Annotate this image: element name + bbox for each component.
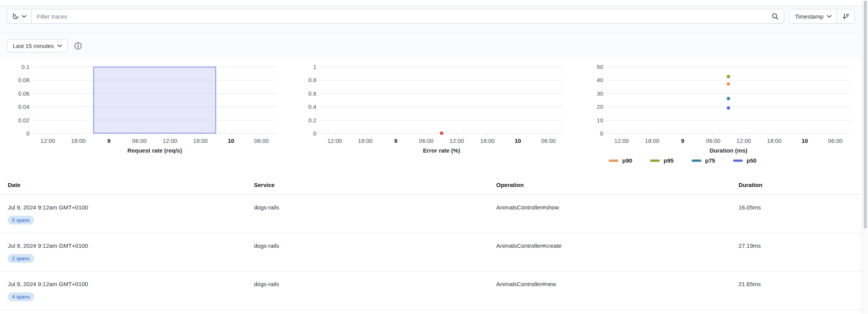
table-row[interactable]: Jul 9, 2024 9:12am GMT+0100 2 spans dogs… <box>0 233 862 271</box>
data-point-p90[interactable] <box>727 82 730 86</box>
y-tick-label: 40 <box>597 77 603 83</box>
legend-swatch <box>609 160 618 162</box>
legend-label: p50 <box>747 157 757 164</box>
x-tick-label: 12:00 <box>614 137 629 144</box>
column-header-service: Service <box>254 182 496 188</box>
sort-descending-icon <box>842 13 849 20</box>
x-tick-label: 12:00 <box>163 137 178 144</box>
x-tick-label: 12:00 <box>737 137 751 144</box>
trace-date: Jul 9, 2024 9:12am GMT+0100 <box>8 281 254 287</box>
y-tick-label: 1 <box>313 63 316 70</box>
x-tick-label: 06:00 <box>541 137 556 144</box>
error-rate-plot-area[interactable] <box>319 67 564 136</box>
y-tick-label: 0.04 <box>18 103 29 110</box>
y-tick-label: 10 <box>597 117 603 123</box>
filter-traces-input[interactable] <box>31 9 771 23</box>
y-tick-label: 0 <box>26 130 29 137</box>
trace-duration: 21.65ms <box>739 281 854 309</box>
info-icon[interactable] <box>74 42 82 50</box>
sort-field-button[interactable]: Timestamp <box>789 9 837 23</box>
history-icon <box>12 13 19 20</box>
request-rate-x-axis: 12:0018:00906:0012:0018:001006:00 <box>33 136 277 145</box>
x-tick-label: 06:00 <box>254 137 269 144</box>
legend-label: p90 <box>622 157 632 164</box>
legend-swatch <box>733 160 743 162</box>
trace-operation: AnimalsController#new <box>496 281 739 309</box>
x-tick-label: 18:00 <box>358 137 373 144</box>
legend-item-p50[interactable]: p50 <box>733 157 757 164</box>
x-tick-label: 10 <box>802 137 808 144</box>
request-rate-plot-area[interactable] <box>33 67 277 136</box>
trace-service: dogs-rails <box>254 242 496 271</box>
y-tick-label: 0.1 <box>21 63 29 70</box>
trace-service: dogs-rails <box>254 281 496 309</box>
legend-item-p75[interactable]: p75 <box>692 157 715 164</box>
x-tick-label: 9 <box>394 137 397 144</box>
duration-chart: 01020304050 12:0018:00906:0012:0018:0010… <box>574 67 861 164</box>
error-rate-y-axis: 00.20.40.60.81 <box>287 67 319 136</box>
filter-bar <box>7 9 784 24</box>
legend-item-p90[interactable]: p90 <box>609 157 632 164</box>
x-tick-label: 18:00 <box>645 137 659 144</box>
x-tick-label: 18:00 <box>193 137 208 144</box>
x-tick-label: 18:00 <box>480 137 495 144</box>
table-row[interactable]: Jul 9, 2024 9:12am GMT+0100 4 spans dogs… <box>0 271 862 310</box>
chart-plot-svg <box>319 67 564 136</box>
x-tick-label: 12:00 <box>328 137 342 144</box>
x-tick-label: 06:00 <box>419 137 434 144</box>
vertical-scrollbar[interactable] <box>862 0 868 314</box>
request-rate-y-axis: 00.020.040.060.080.1 <box>0 67 33 136</box>
time-brush-selection[interactable] <box>94 67 216 133</box>
error-rate-chart: 00.20.40.60.81 12:0018:00906:0012:0018:0… <box>287 67 574 164</box>
legend-swatch <box>650 160 660 162</box>
table-row[interactable]: Jul 9, 2024 9:12am GMT+0100 5 spans dogs… <box>0 195 862 233</box>
duration-legend: p90p95p75p50 <box>609 157 851 164</box>
chart-title: Error rate (%) <box>319 147 564 154</box>
spans-badge: 4 spans <box>8 292 34 301</box>
trace-operation: AnimalsController#show <box>496 204 739 233</box>
y-tick-label: 0 <box>600 130 603 137</box>
trace-date: Jul 9, 2024 9:12am GMT+0100 <box>8 242 254 249</box>
spans-badge: 5 spans <box>8 216 34 225</box>
data-point-p50[interactable] <box>727 106 730 110</box>
request-rate-chart: 00.020.040.060.080.1 12:0018:00906:0012:… <box>0 67 287 164</box>
duration-plot-area[interactable] <box>606 67 851 136</box>
legend-label: p75 <box>705 157 715 164</box>
x-tick-label: 9 <box>107 137 110 144</box>
data-point-p95[interactable] <box>727 75 730 78</box>
filter-toolbar: Timestamp <box>0 6 862 33</box>
duration-x-axis: 12:0018:00906:0012:0018:001006:00 <box>606 136 851 145</box>
trace-duration: 16.05ms <box>739 204 854 233</box>
y-tick-label: 0.4 <box>308 103 316 110</box>
column-header-operation: Operation <box>496 182 739 188</box>
table-header-row: Date Service Operation Duration <box>0 175 862 195</box>
x-tick-label: 10 <box>515 137 521 144</box>
filter-history-button[interactable] <box>7 9 31 23</box>
chevron-down-icon <box>827 15 832 18</box>
traces-table: Date Service Operation Duration Jul 9, 2… <box>0 175 862 310</box>
legend-item-p95[interactable]: p95 <box>650 157 674 164</box>
chevron-down-icon <box>22 15 26 18</box>
legend-swatch <box>692 160 701 162</box>
trace-service: dogs-rails <box>254 204 496 233</box>
data-point-error-rate[interactable] <box>440 132 443 135</box>
column-header-duration: Duration <box>739 182 854 188</box>
y-tick-label: 30 <box>597 90 603 96</box>
top-divider <box>0 0 862 6</box>
data-point-p75[interactable] <box>727 97 730 100</box>
sort-direction-button[interactable] <box>837 9 854 23</box>
search-icon <box>771 9 784 23</box>
charts-row: 00.020.040.060.080.1 12:0018:00906:0012:… <box>0 58 862 164</box>
trace-duration: 27.19ms <box>739 242 854 271</box>
time-range-button[interactable]: Last 15 minutes <box>7 39 68 52</box>
x-tick-label: 06:00 <box>706 137 721 144</box>
scrollbar-thumb[interactable] <box>864 1 867 228</box>
x-tick-label: 9 <box>681 137 684 144</box>
y-tick-label: 0 <box>313 130 316 137</box>
chart-plot-svg <box>606 67 851 136</box>
y-tick-label: 20 <box>597 103 603 110</box>
sort-field-label: Timestamp <box>795 13 823 20</box>
y-tick-label: 0.06 <box>18 90 29 96</box>
y-tick-label: 0.08 <box>18 77 29 83</box>
x-tick-label: 18:00 <box>71 137 86 144</box>
